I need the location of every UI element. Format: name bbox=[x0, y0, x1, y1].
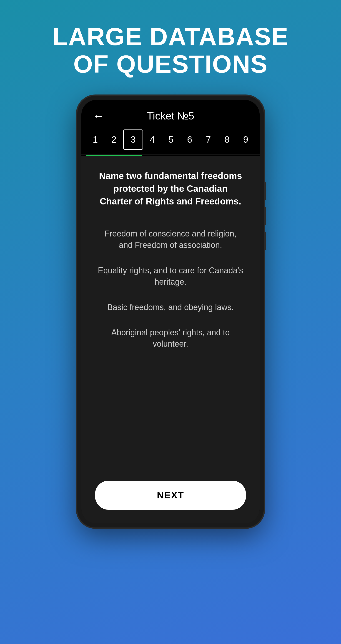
question-area: Name two fundamental freedoms protected … bbox=[81, 156, 260, 474]
answer-option-4[interactable]: Aboriginal peoples' rights, and to volun… bbox=[93, 320, 248, 357]
tab-6[interactable]: 6 bbox=[180, 130, 199, 149]
phone-side-button-bot bbox=[264, 232, 266, 250]
hero-title: LARGE DATABASE OF QUESTIONS bbox=[34, 23, 307, 78]
tab-4[interactable]: 4 bbox=[143, 130, 162, 149]
tab-8[interactable]: 8 bbox=[218, 130, 236, 149]
tab-5[interactable]: 5 bbox=[162, 130, 180, 149]
tab-2[interactable]: 2 bbox=[105, 130, 123, 149]
phone-side-button-top bbox=[264, 182, 266, 200]
answer-text-2: Equality rights, and to care for Canada'… bbox=[97, 265, 244, 288]
app-screen: ← Ticket №5 1 2 3 4 bbox=[81, 100, 260, 524]
answer-text-1: Freedom of conscience and religion, and … bbox=[97, 228, 244, 251]
answer-option-1[interactable]: Freedom of conscience and religion, and … bbox=[93, 221, 248, 258]
bottom-bar: NEXT bbox=[81, 474, 260, 524]
answer-option-2[interactable]: Equality rights, and to care for Canada'… bbox=[93, 258, 248, 295]
answer-text-3: Basic freedoms, and obeying laws. bbox=[107, 302, 234, 313]
tab-7[interactable]: 7 bbox=[199, 130, 218, 149]
tab-9[interactable]: 9 bbox=[236, 130, 255, 149]
back-button[interactable]: ← bbox=[93, 109, 105, 123]
screen-title: Ticket №5 bbox=[147, 110, 194, 122]
answer-text-4: Aboriginal peoples' rights, and to volun… bbox=[97, 327, 244, 350]
phone-side-button-mid bbox=[264, 207, 266, 225]
tab-3[interactable]: 3 bbox=[123, 130, 143, 150]
phone-outer-shell: ← Ticket №5 1 2 3 4 bbox=[77, 96, 264, 528]
phone-screen: ← Ticket №5 1 2 3 4 bbox=[81, 100, 260, 524]
phone-mockup: ← Ticket №5 1 2 3 4 bbox=[77, 96, 264, 528]
question-text: Name two fundamental freedoms protected … bbox=[93, 170, 248, 208]
next-button[interactable]: NEXT bbox=[95, 481, 246, 510]
answer-option-3[interactable]: Basic freedoms, and obeying laws. bbox=[93, 295, 248, 320]
progress-indicator bbox=[86, 155, 142, 156]
top-bar: ← Ticket №5 bbox=[81, 100, 260, 130]
tab-1[interactable]: 1 bbox=[86, 130, 105, 149]
question-tabs-row: 1 2 3 4 5 6 bbox=[81, 130, 260, 154]
